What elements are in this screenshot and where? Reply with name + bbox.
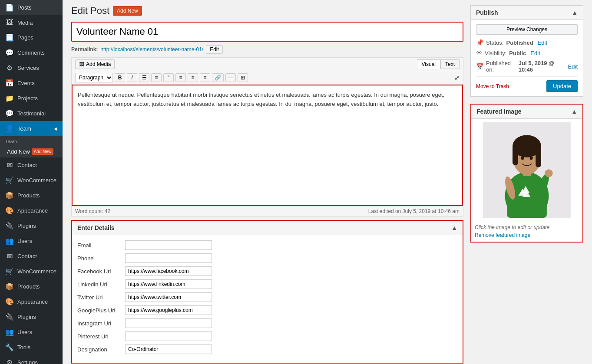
sidebar-item-testimonial[interactable]: 💬 Testimonial xyxy=(0,106,63,121)
move-to-trash-link[interactable]: Move to Trash xyxy=(476,83,509,89)
sidebar-item-label: Products xyxy=(17,283,40,290)
expand-editor-button[interactable]: ⤢ xyxy=(454,74,460,81)
remove-featured-image-link[interactable]: Remove featured image xyxy=(471,232,582,242)
sidebar-item-tools[interactable]: 🔧 Tools xyxy=(0,340,63,355)
sidebar-item-services[interactable]: ⚙ Services xyxy=(0,60,63,75)
email-input[interactable] xyxy=(125,240,212,250)
team-section-label: Team xyxy=(0,136,63,146)
featured-image-caption: Click the image to edit or update xyxy=(471,223,582,232)
phone-input[interactable] xyxy=(125,253,212,263)
published-row: 📅 Published on: Jul 5, 2019 @ 10:46 Edit xyxy=(476,60,578,73)
status-edit-link[interactable]: Edit xyxy=(538,39,547,46)
sidebar-item-appearance2[interactable]: 🎨 Appearance xyxy=(0,294,63,309)
editor-content[interactable]: Pellentesque ut neque. Pellentesque habi… xyxy=(72,85,463,206)
link-button[interactable]: 🔗 xyxy=(212,73,224,82)
featured-image-collapse-button[interactable]: ▲ xyxy=(571,108,577,115)
align-right-button[interactable]: ≡ xyxy=(200,73,210,82)
sidebar-submenu-add-new[interactable]: Add New Add New xyxy=(0,146,63,157)
sidebar-item-woocommerce[interactable]: 🛒 WooCommerce xyxy=(0,173,63,188)
add-media-button[interactable]: 🖼 Add Media xyxy=(75,59,115,69)
sidebar-item-label: Products xyxy=(17,192,40,199)
visibility-label: Visibility: xyxy=(485,50,506,56)
twitter-input[interactable] xyxy=(125,292,212,302)
details-row-linkedin: Linkedin Url xyxy=(77,279,457,289)
svg-rect-9 xyxy=(513,145,518,165)
blockquote-button[interactable]: " xyxy=(163,73,174,82)
sidebar-item-label: Plugins xyxy=(17,223,36,229)
sidebar-item-users[interactable]: 👥 Users xyxy=(0,233,63,249)
sidebar-item-label: Pages xyxy=(17,34,33,41)
visual-tab[interactable]: Visual xyxy=(417,59,440,69)
details-collapse-button[interactable]: ▲ xyxy=(451,224,457,231)
preview-changes-button[interactable]: Preview Changes xyxy=(476,24,578,35)
visual-text-tabs: Visual Text xyxy=(417,59,460,69)
woocommerce-icon: 🛒 xyxy=(5,176,14,184)
add-media-icon: 🖼 xyxy=(79,61,84,67)
editor-toolbar-top: 🖼 Add Media Visual Text xyxy=(72,58,463,71)
status-value: Published xyxy=(506,39,533,46)
featured-image-wrap[interactable] xyxy=(471,119,582,223)
sidebar-item-settings[interactable]: ⚙ Settings xyxy=(0,355,63,364)
sidebar-item-events[interactable]: 📅 Events xyxy=(0,75,63,91)
featured-image-box: Featured Image ▲ xyxy=(470,104,583,243)
pinterest-input[interactable] xyxy=(125,331,212,341)
sidebar-item-products[interactable]: 📦 Products xyxy=(0,188,63,203)
sidebar-item-contact[interactable]: ✉ Contact xyxy=(0,157,63,173)
published-edit-link[interactable]: Edit xyxy=(568,63,578,70)
status-icon: 📌 xyxy=(476,39,483,46)
publish-collapse-button[interactable]: ▲ xyxy=(572,9,578,16)
sidebar-item-contact2[interactable]: ✉ Contact xyxy=(0,249,63,264)
post-title-box xyxy=(71,22,463,42)
bold-button[interactable]: B xyxy=(115,73,125,82)
more-button[interactable]: — xyxy=(225,73,236,82)
sidebar-item-label: Services xyxy=(17,65,39,71)
sidebar-item-appearance[interactable]: 🎨 Appearance xyxy=(0,203,63,218)
sidebar-item-label: Testimonial xyxy=(17,110,46,117)
sidebar-item-users2[interactable]: 👥 Users xyxy=(0,325,63,340)
text-tab[interactable]: Text xyxy=(440,59,460,69)
table-button[interactable]: ⊞ xyxy=(238,73,248,82)
team-arrow-icon: ◀ xyxy=(54,126,57,131)
sidebar-item-plugins2[interactable]: 🔌 Plugins xyxy=(0,309,63,325)
update-button[interactable]: Update xyxy=(546,80,578,92)
header-add-new-button[interactable]: Add New xyxy=(113,6,142,16)
details-row-pinterest: Pinterest Url xyxy=(77,331,457,341)
visibility-edit-link[interactable]: Edit xyxy=(530,50,540,56)
designation-input[interactable] xyxy=(125,344,212,354)
unordered-list-button[interactable]: ☰ xyxy=(139,73,149,82)
add-new-badge[interactable]: Add New xyxy=(32,148,54,155)
googleplus-input[interactable] xyxy=(125,305,212,315)
align-center-button[interactable]: ≡ xyxy=(188,73,198,82)
sidebar-item-posts[interactable]: 📄 Posts xyxy=(0,0,63,15)
instagram-input[interactable] xyxy=(125,318,212,328)
linkedin-input[interactable] xyxy=(125,279,212,289)
sidebar-item-label: Team xyxy=(17,125,31,132)
details-row-facebook: Facebook Url xyxy=(77,266,457,276)
sidebar-item-comments[interactable]: 💬 Comments xyxy=(0,45,63,60)
paragraph-select[interactable]: Paragraph Heading 1 Heading 2 Heading 3 xyxy=(75,73,113,82)
permalink-edit-button[interactable]: Edit xyxy=(206,45,223,54)
sidebar-item-products2[interactable]: 📦 Products xyxy=(0,279,63,294)
sidebar-item-label: Tools xyxy=(17,344,30,351)
align-left-button[interactable]: ≡ xyxy=(175,73,186,82)
sidebar-item-projects[interactable]: 📁 Projects xyxy=(0,91,63,106)
post-title-input[interactable] xyxy=(72,23,463,41)
svg-point-12 xyxy=(529,157,532,160)
email-label: Email xyxy=(77,242,125,249)
ordered-list-button[interactable]: ≡ xyxy=(151,73,162,82)
sidebar-item-plugins[interactable]: 🔌 Plugins xyxy=(0,218,63,233)
permalink-url[interactable]: http://localhost/elements/volunteer-name… xyxy=(100,46,203,52)
settings-icon: ⚙ xyxy=(5,358,14,364)
pinterest-label: Pinterest Url xyxy=(77,333,125,340)
italic-button[interactable]: I xyxy=(127,73,137,82)
sidebar-item-woocommerce2[interactable]: 🛒 WooCommerce xyxy=(0,264,63,279)
details-box: Enter Details ▲ Email Phone xyxy=(71,220,463,364)
users2-icon: 👥 xyxy=(5,328,14,336)
testimonial-icon: 💬 xyxy=(5,109,14,118)
featured-image-svg xyxy=(475,122,579,218)
sidebar-item-pages[interactable]: 📃 Pages xyxy=(0,30,63,45)
sidebar-item-media[interactable]: 🖼 Media xyxy=(0,15,63,30)
facebook-input[interactable] xyxy=(125,266,212,276)
sidebar-item-label: Comments xyxy=(17,49,45,56)
sidebar-item-team[interactable]: 👤 Team ◀ xyxy=(0,121,63,136)
